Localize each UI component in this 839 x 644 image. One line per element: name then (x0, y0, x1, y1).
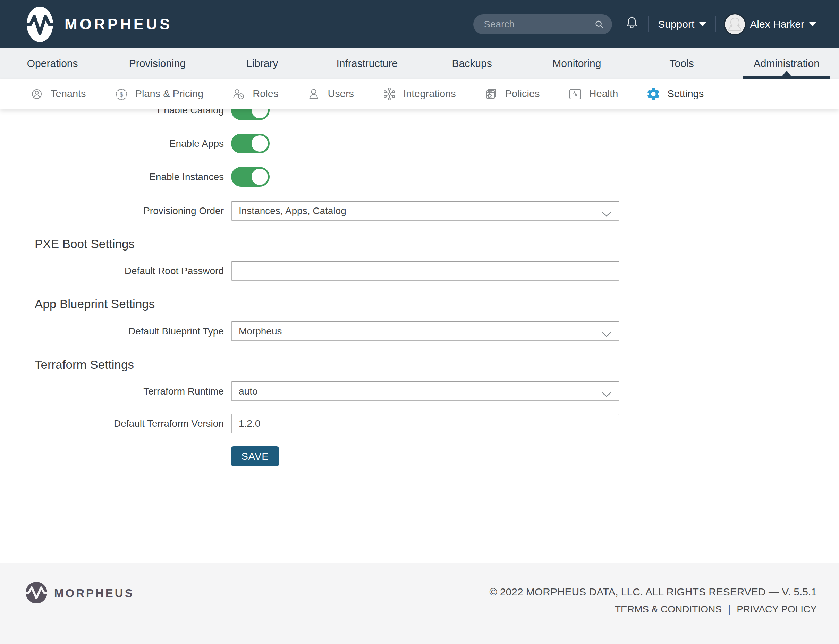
provisioning-order-value: Instances, Apps, Catalog (239, 205, 346, 217)
subnav-label: Policies (505, 88, 540, 100)
subnav-label: Roles (253, 88, 278, 100)
default-root-password-row: Default Root Password (0, 261, 619, 281)
chevron-down-icon (601, 389, 612, 400)
enable-instances-row: Enable Instances (0, 167, 269, 187)
health-icon (568, 86, 583, 102)
default-blueprint-type-row: Default Blueprint Type Morpheus (0, 321, 619, 341)
provisioning-order-select[interactable]: Instances, Apps, Catalog (231, 201, 619, 221)
chevron-down-icon (601, 329, 612, 340)
subnav-integrations[interactable]: Integrations (382, 86, 456, 102)
default-blueprint-type-label: Default Blueprint Type (0, 326, 224, 337)
morpheus-logo-icon (26, 6, 53, 42)
subnav-label: Plans & Pricing (135, 88, 204, 100)
header-actions: Support Alex Harker (473, 0, 816, 48)
footer-copyright: © 2022 MORPHEUS DATA, LLC. ALL RIGHTS RE… (489, 586, 817, 598)
footer-brand-title: MORPHEUS (54, 587, 134, 600)
notifications-bell-icon[interactable] (625, 16, 639, 33)
tab-operations[interactable]: Operations (0, 48, 105, 79)
tab-tools[interactable]: Tools (629, 48, 734, 79)
provisioning-order-label: Provisioning Order (0, 205, 224, 217)
chevron-down-icon (601, 209, 612, 220)
footer-legal: © 2022 MORPHEUS DATA, LLC. ALL RIGHTS RE… (489, 586, 817, 615)
default-blueprint-type-value: Morpheus (239, 326, 282, 337)
enable-instances-label: Enable Instances (0, 171, 224, 182)
terraform-runtime-select[interactable]: auto (231, 381, 619, 401)
default-root-password-input[interactable] (231, 261, 619, 281)
default-terraform-version-row: Default Terraform Version (0, 414, 619, 434)
subnav-settings[interactable]: Settings (646, 86, 704, 102)
tab-infrastructure[interactable]: Infrastructure (315, 48, 419, 79)
footer-brand: MORPHEUS (26, 582, 134, 605)
integrations-icon (382, 86, 397, 102)
terraform-runtime-label: Terraform Runtime (0, 386, 224, 397)
top-header: MORPHEUS Support (0, 0, 839, 48)
enable-apps-toggle[interactable] (231, 133, 269, 153)
terraform-runtime-row: Terraform Runtime auto (0, 381, 619, 401)
support-menu[interactable]: Support (658, 18, 706, 30)
subnav-label: Users (328, 88, 354, 100)
subnav-policies[interactable]: Policies (484, 86, 540, 102)
tab-backups[interactable]: Backups (419, 48, 524, 79)
default-terraform-version-input[interactable] (231, 414, 619, 434)
default-terraform-version-label: Default Terraform Version (0, 418, 224, 429)
tab-administration[interactable]: Administration (734, 48, 839, 79)
subnav-roles[interactable]: Roles (231, 86, 278, 102)
enable-catalog-label: Enable Catalog (0, 109, 224, 116)
search-box (473, 14, 612, 34)
users-icon (306, 86, 321, 102)
subnav-health[interactable]: Health (568, 86, 618, 102)
footer-links-separator: | (728, 604, 731, 615)
subnav-users[interactable]: Users (306, 86, 354, 102)
search-icon[interactable] (594, 19, 604, 30)
tab-provisioning[interactable]: Provisioning (105, 48, 210, 79)
footer: MORPHEUS © 2022 MORPHEUS DATA, LLC. ALL … (0, 563, 839, 644)
header-divider (648, 16, 649, 32)
toggle-knob (251, 169, 268, 185)
toggle-knob (251, 109, 268, 118)
roles-icon (231, 86, 246, 102)
app-blueprint-settings-heading: App Blueprint Settings (35, 297, 155, 311)
subnav-plans-pricing[interactable]: $ Plans & Pricing (114, 86, 204, 102)
subnav-label: Health (589, 88, 618, 100)
user-name: Alex Harker (750, 18, 804, 30)
enable-apps-label: Enable Apps (0, 138, 224, 149)
enable-catalog-row: Enable Catalog (0, 109, 269, 120)
admin-sub-nav: Tenants $ Plans & Pricing Roles (0, 79, 839, 109)
subnav-label: Tenants (51, 88, 86, 100)
tenants-icon (29, 86, 44, 102)
morpheus-footer-logo-icon (26, 582, 47, 605)
enable-apps-row: Enable Apps (0, 133, 269, 153)
tab-monitoring[interactable]: Monitoring (524, 48, 629, 79)
settings-content: Enable Catalog Enable Apps Enable Instan… (0, 109, 839, 563)
user-menu[interactable]: Alex Harker (725, 14, 816, 34)
subnav-label: Settings (667, 88, 704, 100)
tab-library[interactable]: Library (210, 48, 315, 79)
plans-pricing-icon: $ (114, 86, 129, 102)
footer-links: TERMS & CONDITIONS | PRIVACY POLICY (489, 604, 817, 615)
provisioning-order-row: Provisioning Order Instances, Apps, Cata… (0, 201, 619, 221)
brand-title: MORPHEUS (64, 16, 172, 33)
avatar (725, 14, 745, 34)
pxe-boot-settings-heading: PXE Boot Settings (35, 237, 135, 251)
brand: MORPHEUS (26, 0, 172, 48)
main-nav: Operations Provisioning Library Infrastr… (0, 48, 839, 79)
enable-instances-toggle[interactable] (231, 167, 269, 187)
policies-icon (484, 86, 499, 102)
default-blueprint-type-select[interactable]: Morpheus (231, 321, 619, 341)
gear-icon (646, 86, 661, 102)
privacy-policy-link[interactable]: PRIVACY POLICY (737, 604, 817, 615)
default-root-password-label: Default Root Password (0, 265, 224, 276)
terraform-runtime-value: auto (239, 386, 258, 397)
subnav-label: Integrations (403, 88, 456, 100)
toggle-knob (251, 135, 268, 152)
save-button[interactable]: SAVE (231, 446, 279, 467)
support-label: Support (658, 18, 694, 30)
chevron-down-icon (809, 22, 816, 26)
page: MORPHEUS Support (0, 0, 839, 644)
search-input[interactable] (473, 14, 612, 34)
terms-conditions-link[interactable]: TERMS & CONDITIONS (615, 604, 722, 615)
terraform-settings-heading: Terraform Settings (35, 358, 134, 371)
header-divider (715, 16, 716, 32)
enable-catalog-toggle[interactable] (231, 109, 269, 120)
subnav-tenants[interactable]: Tenants (29, 86, 86, 102)
